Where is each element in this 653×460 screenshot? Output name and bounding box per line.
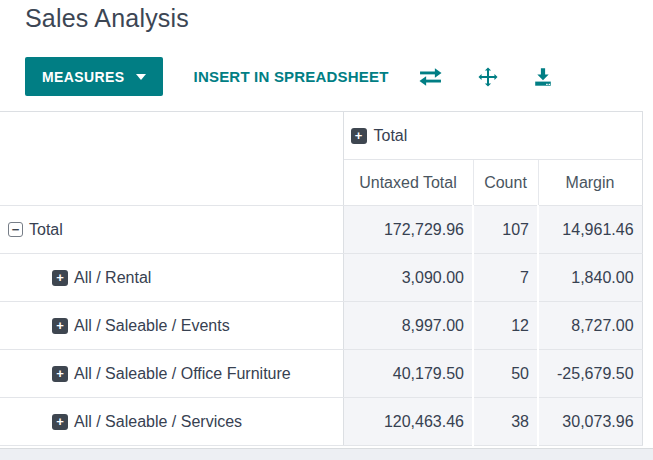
pivot-value-cell: 40,179.50 bbox=[343, 350, 473, 398]
pivot-value-cell: 14,961.46 bbox=[538, 206, 642, 254]
pivot-value-cell: 172,729.96 bbox=[343, 206, 473, 254]
column-group-label: Total bbox=[374, 127, 408, 145]
expand-all-icon[interactable] bbox=[477, 66, 499, 88]
measure-header-count[interactable]: Count bbox=[473, 160, 538, 206]
page-title: Sales Analysis bbox=[25, 4, 189, 33]
pivot-row: +All / Rental3,090.0071,840.00 bbox=[0, 254, 642, 302]
pivot-value-cell: 30,073.96 bbox=[538, 398, 642, 446]
measure-header-untaxed-total[interactable]: Untaxed Total bbox=[343, 160, 473, 206]
column-group-row: + Total bbox=[0, 112, 642, 160]
expand-row-icon[interactable]: + bbox=[52, 366, 68, 382]
column-group-header-total[interactable]: + Total bbox=[343, 112, 642, 160]
row-header-label: Total bbox=[29, 221, 63, 239]
collapse-row-icon[interactable]: − bbox=[8, 222, 23, 237]
expand-row-icon[interactable]: + bbox=[52, 270, 68, 286]
pivot-table-container: + Total Untaxed Total Count Margin −Tota… bbox=[0, 111, 642, 446]
row-header-label: All / Saleable / Events bbox=[74, 317, 230, 335]
pivot-value-cell: 107 bbox=[473, 206, 538, 254]
pivot-value-cell: 1,840.00 bbox=[538, 254, 642, 302]
flip-axis-icon[interactable] bbox=[417, 66, 444, 88]
row-header[interactable]: +All / Saleable / Office Furniture bbox=[0, 350, 343, 398]
insert-in-spreadsheet-button[interactable]: INSERT IN SPREADSHEET bbox=[194, 68, 389, 85]
pivot-toolbar: MEASURES INSERT IN SPREADSHEET bbox=[25, 57, 554, 96]
pivot-value-cell: 8,727.00 bbox=[538, 302, 642, 350]
measures-button[interactable]: MEASURES bbox=[25, 57, 163, 96]
row-header-label: All / Rental bbox=[74, 269, 151, 287]
pivot-row: +All / Saleable / Services120,463.463830… bbox=[0, 398, 642, 446]
measure-header-margin[interactable]: Margin bbox=[538, 160, 642, 206]
chevron-down-icon bbox=[136, 74, 146, 80]
measures-button-label: MEASURES bbox=[42, 69, 125, 85]
pivot-row: +All / Saleable / Office Furniture40,179… bbox=[0, 350, 642, 398]
row-header[interactable]: +All / Saleable / Services bbox=[0, 398, 343, 446]
download-icon[interactable] bbox=[532, 66, 554, 88]
next-row-strip bbox=[0, 448, 653, 460]
pivot-row: −Total172,729.9610714,961.46 bbox=[0, 206, 642, 254]
pivot-row: +All / Saleable / Events8,997.00128,727.… bbox=[0, 302, 642, 350]
expand-column-icon[interactable]: + bbox=[351, 128, 367, 144]
pivot-table: + Total Untaxed Total Count Margin −Tota… bbox=[0, 111, 643, 446]
corner-cell bbox=[0, 112, 343, 206]
row-header[interactable]: +All / Rental bbox=[0, 254, 343, 302]
row-header[interactable]: −Total bbox=[0, 206, 343, 254]
pivot-body: −Total172,729.9610714,961.46+All / Renta… bbox=[0, 206, 642, 446]
expand-row-icon[interactable]: + bbox=[52, 414, 68, 430]
pivot-value-cell: 8,997.00 bbox=[343, 302, 473, 350]
row-header-label: All / Saleable / Office Furniture bbox=[74, 365, 291, 383]
pivot-value-cell: 3,090.00 bbox=[343, 254, 473, 302]
pivot-value-cell: 12 bbox=[473, 302, 538, 350]
expand-row-icon[interactable]: + bbox=[52, 318, 68, 334]
pivot-value-cell: 7 bbox=[473, 254, 538, 302]
pivot-value-cell: 50 bbox=[473, 350, 538, 398]
pivot-value-cell: 38 bbox=[473, 398, 538, 446]
pivot-value-cell: 120,463.46 bbox=[343, 398, 473, 446]
pivot-value-cell: -25,679.50 bbox=[538, 350, 642, 398]
row-header-label: All / Saleable / Services bbox=[74, 413, 242, 431]
row-header[interactable]: +All / Saleable / Events bbox=[0, 302, 343, 350]
